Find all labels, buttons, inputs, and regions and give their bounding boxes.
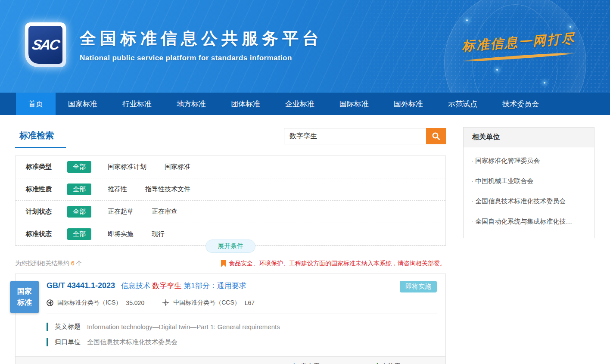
standard-title-link[interactable]: GB/T 43441.1-2023 信息技术 数字孪生 第1部分：通用要求	[47, 281, 246, 291]
filter-row-plan-status: 计划状态 全部 正在起草 正在审查	[16, 201, 445, 223]
sac-logo-text: SAC	[31, 37, 60, 53]
brand-text: 全国标准信息公共服务平台 National public service pla…	[80, 28, 323, 62]
status-badge: 即将实施	[400, 281, 437, 292]
filter-option[interactable]: 正在起草	[108, 208, 134, 216]
results-summary-prefix: 为您找到相关结果约	[15, 260, 69, 267]
related-units-title: 相关单位	[464, 128, 594, 147]
related-units-list: 国家标准化管理委员会 中国机械工业联合会 全国信息技术标准化技术委员会 全国自动…	[464, 147, 594, 238]
field-english-title: 英文标题 Information technology—Digital twin…	[47, 323, 437, 331]
sidebar: 相关单位 国家标准化管理委员会 中国机械工业联合会 全国信息技术标准化技术委员会…	[463, 127, 594, 238]
nav-item-national-standards[interactable]: 国家标准	[56, 93, 110, 115]
search-section: 标准检索	[15, 127, 446, 148]
results-bar: 为您找到相关结果约6个 食品安全、环境保护、工程建设方面的国家标准未纳入本系统，…	[15, 260, 446, 268]
publish-label: 发布于	[301, 362, 320, 364]
glow-dot-decor	[570, 26, 571, 28]
standard-code: GB/T 43441.1-2023	[47, 281, 115, 290]
content: 标准检索 标准类型 全部 国家标准计划 国家标准	[0, 115, 610, 364]
glow-dot-decor	[496, 69, 498, 71]
standard-title-part: 第1部分：通用要求	[184, 282, 246, 290]
filter-all-button[interactable]: 全部	[67, 228, 91, 240]
filter-option[interactable]: 现行	[152, 230, 165, 238]
related-unit-link[interactable]: 国家标准化管理委员会	[471, 151, 586, 171]
glow-dot-decor	[544, 82, 545, 84]
field-label: 英文标题	[55, 323, 81, 331]
filter-label: 标准类型	[26, 163, 67, 171]
card-body: GB/T 43441.1-2023 信息技术 数字孪生 第1部分：通用要求 即将…	[16, 274, 445, 356]
search-icon	[432, 132, 440, 140]
expand-conditions-button[interactable]: 展开条件	[205, 240, 255, 253]
filter-row-standard-nature: 标准性质 全部 推荐性 指导性技术文件	[16, 178, 445, 201]
page-title: 标准检索	[15, 127, 66, 148]
nav-item-group-standards[interactable]: 团体标准	[218, 93, 273, 115]
system-notice-text: 食品安全、环境保护、工程建设方面的国家标准未纳入本系统，请咨询相关部委。	[229, 260, 446, 268]
slogan: 标准信息一网打尽	[454, 34, 583, 59]
implement-date: 实施于 2024-06-01	[371, 362, 437, 364]
filter-option[interactable]: 推荐性	[108, 185, 127, 193]
implement-label: 实施于	[381, 362, 401, 364]
page: SAC 全国标准信息公共服务平台 National public service…	[0, 0, 610, 364]
ics-label: 国际标准分类号（ICS）	[57, 299, 121, 307]
related-unit-link[interactable]: 全国信息技术标准化技术委员会	[471, 191, 586, 212]
results-summary-suffix: 个	[76, 260, 82, 267]
results-count: 6	[71, 260, 75, 267]
nav-item-local-standards[interactable]: 地方标准	[164, 93, 218, 115]
card-fields: 英文标题 Information technology—Digital twin…	[47, 314, 437, 355]
filter-option[interactable]: 即将实施	[108, 230, 134, 238]
site-subtitle: National public service platform for sta…	[80, 54, 323, 62]
bookmark-icon	[221, 260, 226, 267]
publish-date: 发布于 2023-11-27	[291, 362, 356, 364]
nav-item-industry-standards[interactable]: 行业标准	[110, 93, 164, 115]
classification-row: 国际标准分类号（ICS） 35.020 中国标准分类号（CCS） L67	[47, 299, 437, 314]
globe-icon	[47, 299, 53, 306]
nav-item-international-standards[interactable]: 国际标准	[327, 93, 381, 115]
search-input[interactable]	[284, 128, 426, 144]
system-notice: 食品安全、环境保护、工程建设方面的国家标准未纳入本系统，请咨询相关部委。	[221, 260, 446, 268]
standard-type-badge: 国家 标准	[10, 281, 39, 313]
main-nav: 首页 国家标准 行业标准 地方标准 团体标准 企业标准 国际标准 国外标准 示范…	[0, 93, 610, 115]
nav-item-technical-committees[interactable]: 技术委员会	[490, 93, 551, 115]
related-units-panel: 相关单位 国家标准化管理委员会 中国机械工业联合会 全国信息技术标准化技术委员会…	[463, 127, 594, 238]
filter-option[interactable]: 正在审查	[152, 208, 177, 216]
filter-row-standard-type: 标准类型 全部 国家标准计划 国家标准	[16, 156, 445, 178]
card-head: GB/T 43441.1-2023 信息技术 数字孪生 第1部分：通用要求 即将…	[47, 281, 437, 292]
filter-label: 标准性质	[26, 185, 67, 193]
field-bar-decor	[47, 323, 48, 331]
filter-label: 计划状态	[26, 208, 67, 216]
badge-line: 国家	[17, 286, 32, 297]
filter-all-button[interactable]: 全部	[67, 184, 91, 195]
field-responsible-unit: 归口单位 全国信息技术标准化技术委员会	[47, 338, 437, 346]
nav-item-pilot-programs[interactable]: 示范试点	[436, 93, 490, 115]
field-label: 归口单位	[55, 338, 81, 346]
related-unit-link[interactable]: 中国机械工业联合会	[471, 171, 586, 191]
filter-option[interactable]: 国家标准	[165, 163, 190, 171]
standard-title-highlight: 数字孪生	[152, 282, 182, 290]
filter-option[interactable]: 指导性技术文件	[145, 185, 190, 193]
nav-item-enterprise-standards[interactable]: 企业标准	[273, 93, 327, 115]
sac-logo-inner: SAC	[28, 26, 62, 64]
standard-card: 国家 标准 GB/T 43441.1-2023 信息技术 数字孪生 第1部分：通…	[15, 274, 446, 364]
field-value: Information technology—Digital twin—Part…	[87, 323, 280, 330]
sac-logo[interactable]: SAC	[25, 22, 66, 67]
related-unit-link[interactable]: 全国自动化系统与集成标准化技…	[471, 212, 586, 232]
search-box	[284, 128, 446, 144]
nav-item-home[interactable]: 首页	[16, 93, 56, 115]
compass-icon	[162, 299, 169, 306]
site-title: 全国标准信息公共服务平台	[80, 28, 323, 50]
ics-value: 35.020	[126, 299, 144, 306]
main-column: 标准检索 标准类型 全部 国家标准计划 国家标准	[15, 127, 446, 364]
brand: SAC 全国标准信息公共服务平台 National public service…	[25, 22, 323, 67]
ccs-label: 中国标准分类号（CCS）	[173, 299, 240, 307]
nav-item-foreign-standards[interactable]: 国外标准	[381, 93, 436, 115]
badge-line: 标准	[17, 297, 32, 308]
filter-all-button[interactable]: 全部	[67, 161, 91, 173]
card-footer: 发布于 2023-11-27 实施于 2024-06-01	[16, 356, 445, 364]
search-button[interactable]	[426, 128, 446, 144]
filter-all-button[interactable]: 全部	[67, 206, 91, 218]
results-summary: 为您找到相关结果约6个	[15, 260, 82, 268]
site-header: SAC 全国标准信息公共服务平台 National public service…	[0, 0, 610, 93]
standard-title-part: 信息技术	[121, 282, 150, 290]
filter-panel: 标准类型 全部 国家标准计划 国家标准 标准性质 全部 推荐性 指导性技术文件 …	[15, 156, 446, 246]
field-bar-decor	[47, 338, 48, 346]
filter-option[interactable]: 国家标准计划	[108, 163, 146, 171]
ccs-value: L67	[245, 299, 255, 306]
